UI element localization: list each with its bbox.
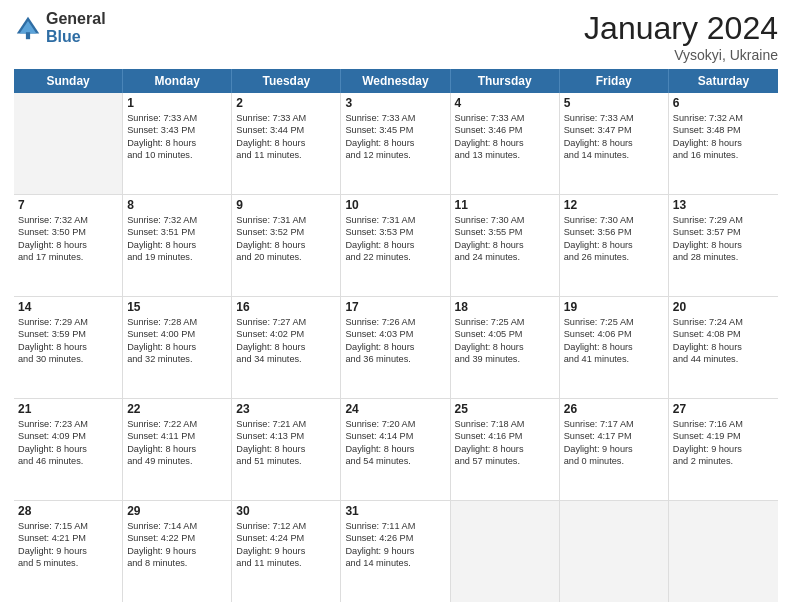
calendar-cell-empty xyxy=(560,501,669,602)
cell-line-0: Sunrise: 7:30 AM xyxy=(455,214,555,226)
calendar-cell-day-15: 15Sunrise: 7:28 AMSunset: 4:00 PMDayligh… xyxy=(123,297,232,398)
cell-line-0: Sunrise: 7:21 AM xyxy=(236,418,336,430)
cell-line-0: Sunrise: 7:20 AM xyxy=(345,418,445,430)
cell-line-3: and 19 minutes. xyxy=(127,251,227,263)
svg-rect-2 xyxy=(26,32,30,39)
cell-line-3: and 17 minutes. xyxy=(18,251,118,263)
cell-line-1: Sunset: 3:53 PM xyxy=(345,226,445,238)
cell-line-3: and 22 minutes. xyxy=(345,251,445,263)
cell-line-3: and 11 minutes. xyxy=(236,557,336,569)
calendar-cell-day-18: 18Sunrise: 7:25 AMSunset: 4:05 PMDayligh… xyxy=(451,297,560,398)
cell-line-2: Daylight: 8 hours xyxy=(455,443,555,455)
calendar-cell-day-30: 30Sunrise: 7:12 AMSunset: 4:24 PMDayligh… xyxy=(232,501,341,602)
cell-line-1: Sunset: 4:08 PM xyxy=(673,328,774,340)
calendar-cell-day-4: 4Sunrise: 7:33 AMSunset: 3:46 PMDaylight… xyxy=(451,93,560,194)
cell-line-0: Sunrise: 7:30 AM xyxy=(564,214,664,226)
calendar-cell-day-5: 5Sunrise: 7:33 AMSunset: 3:47 PMDaylight… xyxy=(560,93,669,194)
calendar-cell-day-2: 2Sunrise: 7:33 AMSunset: 3:44 PMDaylight… xyxy=(232,93,341,194)
calendar-cell-empty xyxy=(14,93,123,194)
cell-line-1: Sunset: 3:55 PM xyxy=(455,226,555,238)
cell-line-0: Sunrise: 7:15 AM xyxy=(18,520,118,532)
cell-line-1: Sunset: 4:17 PM xyxy=(564,430,664,442)
cell-line-3: and 13 minutes. xyxy=(455,149,555,161)
weekday-header-thursday: Thursday xyxy=(451,69,560,93)
day-number: 28 xyxy=(18,504,118,518)
cell-line-2: Daylight: 8 hours xyxy=(673,239,774,251)
cell-line-0: Sunrise: 7:16 AM xyxy=(673,418,774,430)
title-block: January 2024 Vysokyi, Ukraine xyxy=(584,10,778,63)
calendar-cell-day-16: 16Sunrise: 7:27 AMSunset: 4:02 PMDayligh… xyxy=(232,297,341,398)
logo-blue-label: Blue xyxy=(46,28,106,46)
cell-line-1: Sunset: 3:46 PM xyxy=(455,124,555,136)
calendar: SundayMondayTuesdayWednesdayThursdayFrid… xyxy=(14,69,778,602)
calendar-cell-day-20: 20Sunrise: 7:24 AMSunset: 4:08 PMDayligh… xyxy=(669,297,778,398)
day-number: 23 xyxy=(236,402,336,416)
day-number: 21 xyxy=(18,402,118,416)
cell-line-0: Sunrise: 7:31 AM xyxy=(236,214,336,226)
weekday-header-friday: Friday xyxy=(560,69,669,93)
cell-line-3: and 54 minutes. xyxy=(345,455,445,467)
calendar-cell-day-28: 28Sunrise: 7:15 AMSunset: 4:21 PMDayligh… xyxy=(14,501,123,602)
cell-line-2: Daylight: 9 hours xyxy=(236,545,336,557)
calendar-cell-day-26: 26Sunrise: 7:17 AMSunset: 4:17 PMDayligh… xyxy=(560,399,669,500)
cell-line-3: and 46 minutes. xyxy=(18,455,118,467)
weekday-header-wednesday: Wednesday xyxy=(341,69,450,93)
day-number: 9 xyxy=(236,198,336,212)
cell-line-1: Sunset: 4:24 PM xyxy=(236,532,336,544)
cell-line-0: Sunrise: 7:14 AM xyxy=(127,520,227,532)
day-number: 8 xyxy=(127,198,227,212)
cell-line-2: Daylight: 8 hours xyxy=(236,443,336,455)
calendar-cell-day-7: 7Sunrise: 7:32 AMSunset: 3:50 PMDaylight… xyxy=(14,195,123,296)
cell-line-1: Sunset: 4:26 PM xyxy=(345,532,445,544)
day-number: 3 xyxy=(345,96,445,110)
month-title: January 2024 xyxy=(584,10,778,47)
calendar-cell-day-22: 22Sunrise: 7:22 AMSunset: 4:11 PMDayligh… xyxy=(123,399,232,500)
day-number: 4 xyxy=(455,96,555,110)
cell-line-2: Daylight: 8 hours xyxy=(345,239,445,251)
day-number: 24 xyxy=(345,402,445,416)
cell-line-2: Daylight: 9 hours xyxy=(564,443,664,455)
cell-line-2: Daylight: 8 hours xyxy=(18,443,118,455)
calendar-cell-day-6: 6Sunrise: 7:32 AMSunset: 3:48 PMDaylight… xyxy=(669,93,778,194)
weekday-header-sunday: Sunday xyxy=(14,69,123,93)
day-number: 6 xyxy=(673,96,774,110)
cell-line-3: and 51 minutes. xyxy=(236,455,336,467)
calendar-cell-day-31: 31Sunrise: 7:11 AMSunset: 4:26 PMDayligh… xyxy=(341,501,450,602)
cell-line-1: Sunset: 4:19 PM xyxy=(673,430,774,442)
day-number: 27 xyxy=(673,402,774,416)
day-number: 18 xyxy=(455,300,555,314)
cell-line-3: and 41 minutes. xyxy=(564,353,664,365)
cell-line-3: and 14 minutes. xyxy=(345,557,445,569)
cell-line-3: and 44 minutes. xyxy=(673,353,774,365)
calendar-cell-empty xyxy=(669,501,778,602)
cell-line-2: Daylight: 8 hours xyxy=(236,239,336,251)
cell-line-1: Sunset: 3:48 PM xyxy=(673,124,774,136)
logo-text: General Blue xyxy=(46,10,106,45)
generalblue-logo-icon xyxy=(14,14,42,42)
cell-line-1: Sunset: 3:51 PM xyxy=(127,226,227,238)
weekday-header-tuesday: Tuesday xyxy=(232,69,341,93)
day-number: 26 xyxy=(564,402,664,416)
cell-line-0: Sunrise: 7:26 AM xyxy=(345,316,445,328)
cell-line-1: Sunset: 4:16 PM xyxy=(455,430,555,442)
cell-line-2: Daylight: 8 hours xyxy=(673,341,774,353)
day-number: 12 xyxy=(564,198,664,212)
cell-line-3: and 0 minutes. xyxy=(564,455,664,467)
cell-line-2: Daylight: 8 hours xyxy=(18,239,118,251)
cell-line-0: Sunrise: 7:29 AM xyxy=(673,214,774,226)
cell-line-3: and 16 minutes. xyxy=(673,149,774,161)
day-number: 30 xyxy=(236,504,336,518)
calendar-cell-day-21: 21Sunrise: 7:23 AMSunset: 4:09 PMDayligh… xyxy=(14,399,123,500)
calendar-cell-day-23: 23Sunrise: 7:21 AMSunset: 4:13 PMDayligh… xyxy=(232,399,341,500)
cell-line-3: and 49 minutes. xyxy=(127,455,227,467)
calendar-cell-empty xyxy=(451,501,560,602)
day-number: 16 xyxy=(236,300,336,314)
calendar-cell-day-17: 17Sunrise: 7:26 AMSunset: 4:03 PMDayligh… xyxy=(341,297,450,398)
calendar-cell-day-9: 9Sunrise: 7:31 AMSunset: 3:52 PMDaylight… xyxy=(232,195,341,296)
calendar-cell-day-11: 11Sunrise: 7:30 AMSunset: 3:55 PMDayligh… xyxy=(451,195,560,296)
cell-line-3: and 26 minutes. xyxy=(564,251,664,263)
cell-line-0: Sunrise: 7:33 AM xyxy=(345,112,445,124)
cell-line-1: Sunset: 3:59 PM xyxy=(18,328,118,340)
cell-line-0: Sunrise: 7:22 AM xyxy=(127,418,227,430)
cell-line-0: Sunrise: 7:27 AM xyxy=(236,316,336,328)
